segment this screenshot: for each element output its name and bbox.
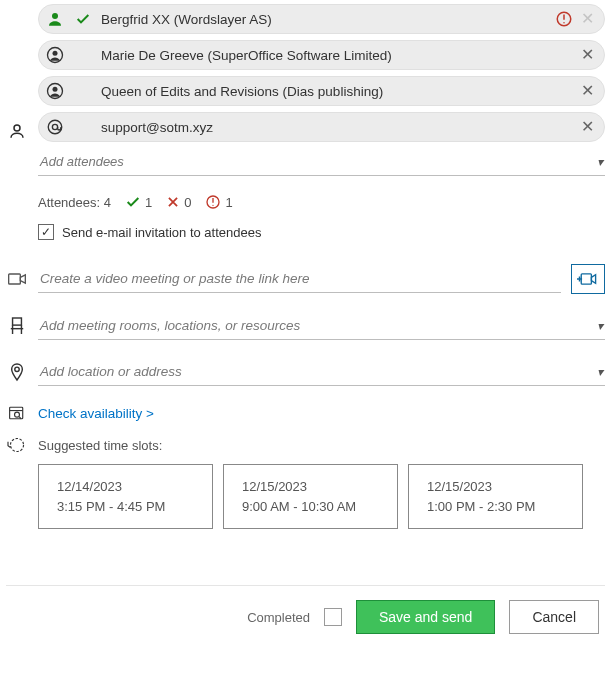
cancel-button[interactable]: Cancel (509, 600, 599, 634)
slot-date: 12/14/2023 (57, 477, 194, 497)
at-icon (45, 117, 65, 137)
svg-point-23 (15, 412, 20, 417)
accepted-icon (125, 194, 141, 210)
svg-point-8 (53, 87, 58, 92)
slot-time: 1:00 PM - 2:30 PM (427, 497, 564, 517)
svg-point-1 (52, 13, 58, 19)
check-availability-link[interactable]: Check availability > (38, 406, 154, 421)
chevron-down-icon: ▾ (597, 319, 603, 333)
time-slot[interactable]: 12/14/2023 3:15 PM - 4:45 PM (38, 464, 213, 529)
add-attendees-input[interactable]: Add attendees ▾ (38, 148, 605, 176)
organizer-pill: Bergfrid XX (Wordslayer AS) ✕ (38, 4, 605, 34)
add-attendees-placeholder: Add attendees (40, 154, 597, 169)
person-icon (45, 9, 65, 29)
completed-label: Completed (247, 610, 310, 625)
time-slot[interactable]: 12/15/2023 1:00 PM - 2:30 PM (408, 464, 583, 529)
svg-point-13 (213, 205, 214, 206)
location-placeholder: Add location or address (40, 364, 597, 379)
svg-rect-15 (581, 274, 591, 284)
svg-point-20 (15, 367, 19, 371)
svg-point-9 (48, 120, 62, 134)
slot-date: 12/15/2023 (427, 477, 564, 497)
save-button[interactable]: Save and send (356, 600, 495, 634)
send-email-label: Send e-mail invitation to attendees (62, 225, 261, 240)
video-icon (6, 271, 28, 287)
video-meeting-input[interactable]: Create a video meeting or paste the link… (38, 265, 561, 293)
warning-icon (555, 10, 573, 28)
video-placeholder: Create a video meeting or paste the link… (40, 271, 559, 286)
person-circle-icon (45, 45, 65, 65)
attendee-stats: Attendees: 4 1 0 1 (38, 194, 605, 210)
chevron-down-icon: ▾ (597, 155, 603, 169)
declined-count: 0 (184, 195, 191, 210)
suggested-label: Suggested time slots: (38, 438, 162, 453)
remove-attendee-button[interactable]: ✕ (579, 119, 596, 135)
rooms-input[interactable]: Add meeting rooms, locations, or resourc… (38, 312, 605, 340)
location-input[interactable]: Add location or address ▾ (38, 358, 605, 386)
remove-attendee-button[interactable]: ✕ (579, 47, 596, 63)
svg-point-10 (52, 124, 57, 129)
check-icon (73, 9, 93, 29)
attendee-name: support@sotm.xyz (101, 120, 571, 135)
slot-date: 12/15/2023 (242, 477, 379, 497)
attendee-pill: support@sotm.xyz ✕ (38, 112, 605, 142)
remove-attendee-button[interactable]: ✕ (579, 83, 596, 99)
attendee-name: Queen of Edits and Revisions (Dias publi… (101, 84, 571, 99)
completed-checkbox[interactable] (324, 608, 342, 626)
svg-point-6 (53, 51, 58, 56)
svg-point-4 (563, 22, 565, 24)
pending-count: 1 (225, 195, 232, 210)
remove-organizer-button[interactable]: ✕ (579, 11, 596, 27)
slot-time: 3:15 PM - 4:45 PM (57, 497, 194, 517)
attendees-section-icon (6, 122, 28, 140)
location-icon (6, 362, 28, 382)
person-circle-icon (45, 81, 65, 101)
create-video-button[interactable] (571, 264, 605, 294)
svg-rect-14 (9, 274, 21, 284)
send-email-checkbox[interactable]: ✓ (38, 224, 54, 240)
rooms-placeholder: Add meeting rooms, locations, or resourc… (40, 318, 597, 333)
accepted-count: 1 (145, 195, 152, 210)
chevron-down-icon: ▾ (597, 365, 603, 379)
svg-rect-16 (13, 318, 22, 325)
organizer-name: Bergfrid XX (Wordslayer AS) (101, 12, 547, 27)
chair-icon (6, 316, 28, 336)
calendar-search-icon (6, 404, 28, 422)
send-email-row[interactable]: ✓ Send e-mail invitation to attendees (38, 224, 605, 240)
declined-icon (166, 195, 180, 209)
attendees-count-label: Attendees: 4 (38, 195, 111, 210)
pending-icon (205, 194, 221, 210)
slot-time: 9:00 AM - 10:30 AM (242, 497, 379, 517)
attendee-pill: Marie De Greeve (SuperOffice Software Li… (38, 40, 605, 70)
attendee-name: Marie De Greeve (SuperOffice Software Li… (101, 48, 571, 63)
attendee-pill: Queen of Edits and Revisions (Dias publi… (38, 76, 605, 106)
clock-dashed-icon (6, 436, 28, 454)
time-slot[interactable]: 12/15/2023 9:00 AM - 10:30 AM (223, 464, 398, 529)
svg-point-0 (14, 125, 20, 131)
